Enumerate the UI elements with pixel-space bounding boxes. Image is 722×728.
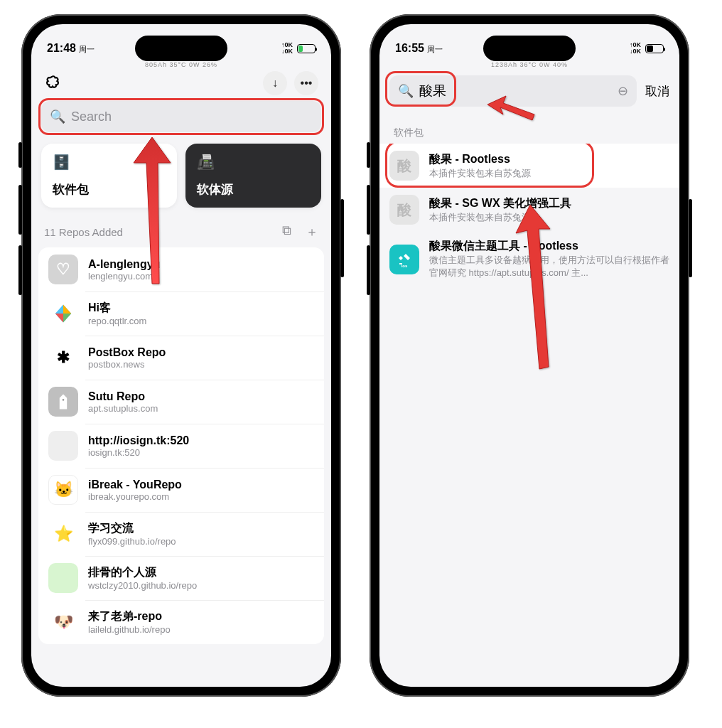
search-input[interactable]: 🔍 Search (41, 101, 321, 132)
battery-icon (645, 44, 664, 53)
notch (135, 36, 227, 61)
add-icon[interactable]: ＋ (306, 223, 318, 240)
repo-row[interactable]: 排骨的个人源wstclzy2010.github.io/repo (38, 556, 324, 600)
repo-row[interactable]: Sutu Repoapt.sutuplus.com (38, 380, 324, 424)
repo-row[interactable]: ♡A-lenglengyulenglengyu.com (38, 247, 324, 291)
battery-icon (297, 44, 316, 53)
status-day: 周一 (79, 44, 95, 55)
download-button[interactable]: ↓ (263, 71, 287, 95)
repo-row[interactable]: Hi客repo.qqtlr.com (38, 291, 324, 336)
archive-icon: 🗄️ (53, 154, 166, 171)
package-icon: ios (389, 245, 419, 274)
repo-row[interactable]: ✱PostBox Repopostbox.news (38, 336, 324, 380)
notch (483, 36, 576, 61)
search-value: 酸果 (419, 82, 446, 100)
repo-row[interactable]: ⭐学习交流flyx099.github.io/repo (38, 512, 324, 556)
search-input[interactable]: 🔍 酸果 ⊖ (389, 75, 637, 107)
more-button[interactable]: ••• (294, 71, 318, 95)
repo-row[interactable]: http://iosign.tk:520iosign.tk:520 (38, 424, 324, 468)
status-sub: 805Ah 35°C 0W 26% (145, 61, 217, 68)
search-icon: 🔍 (398, 83, 414, 99)
status-time: 21:48 (47, 42, 76, 55)
top-bar: ↓ ••• (31, 64, 331, 98)
package-icon: 酸 (389, 151, 419, 181)
status-time: 16:55 (395, 42, 424, 55)
tray-icon: 📠 (197, 154, 310, 171)
search-icon: 🔍 (50, 109, 65, 124)
screen-left: 21:48 周一 ↑0K↓0K 805Ah 35°C 0W 26% ↓ ••• … (31, 24, 331, 687)
result-row[interactable]: ios 酸果微信主题工具 - Rootless微信主题工具多设备越狱专用，使用方… (379, 232, 679, 287)
repo-row[interactable]: 🐶来了老弟-repolaileld.github.io/repo (38, 600, 324, 644)
package-icon: 酸 (389, 195, 419, 225)
repo-row[interactable]: 🐱iBreak - YouRepoibreak.yourepo.com (38, 468, 324, 512)
card-packages[interactable]: 🗄️ 软件包 (41, 144, 177, 208)
status-tok: ↑0K↓0K (630, 42, 641, 55)
clear-icon[interactable]: ⊖ (618, 83, 628, 99)
result-row[interactable]: 酸 酸果 - SG WX 美化增强工具本插件安装包来自苏兔源 (379, 188, 679, 232)
screen-right: 16:55 周一 ↑0K↓0K 1238Ah 36°C 0W 40% 🔍 酸果 … (379, 24, 679, 687)
repos-section-header: 11 Repos Added ⧉ ＋ (31, 219, 331, 247)
search-placeholder: Search (71, 109, 112, 124)
svg-point-0 (63, 399, 65, 401)
card-sources[interactable]: 📠 软体源 (185, 144, 321, 208)
app-logo-icon (44, 74, 63, 92)
phone-right: 16:55 周一 ↑0K↓0K 1238Ah 36°C 0W 40% 🔍 酸果 … (370, 14, 689, 697)
results-list: 酸 酸果 - Rootless本插件安装包来自苏兔源 酸 酸果 - SG WX … (379, 144, 679, 287)
status-tok: ↑0K↓0K (281, 42, 293, 55)
copy-icon[interactable]: ⧉ (282, 223, 291, 240)
results-section-header: 软件包 (379, 114, 679, 144)
status-day: 周一 (427, 44, 443, 55)
repo-list: ♡A-lenglengyulenglengyu.com Hi客repo.qqtl… (38, 247, 324, 644)
cancel-button[interactable]: 取消 (645, 83, 669, 100)
result-row[interactable]: 酸 酸果 - Rootless本插件安装包来自苏兔源 (379, 144, 679, 188)
svg-text:ios: ios (402, 264, 408, 268)
phone-left: 21:48 周一 ↑0K↓0K 805Ah 35°C 0W 26% ↓ ••• … (21, 14, 341, 697)
